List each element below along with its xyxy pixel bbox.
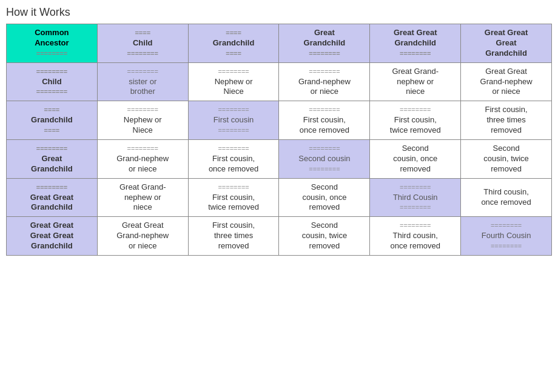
table-row: Great GreatGreat GreatGrandchildGreat Gr… xyxy=(7,217,552,256)
table-cell: ========First cousin,once removed xyxy=(188,140,279,179)
table-cell: Great Grand-nephew orniece xyxy=(370,62,461,101)
table-cell: ========First cousin,twice removed xyxy=(188,178,279,217)
relationship-table: CommonAncestor======== ====Child========… xyxy=(6,24,552,256)
header-great-great-great-grandchild: Great GreatGreatGrandchild xyxy=(461,24,552,63)
table-cell: Secondcousin, twiceremoved xyxy=(461,140,552,179)
table-cell: Great GreatGrand-nephewor niece xyxy=(461,62,552,101)
table-cell: ========sister orbrother xyxy=(97,62,188,101)
table-row: ====Grandchild============Nephew orNiece… xyxy=(7,101,552,140)
table-cell: ========First cousin,twice removed xyxy=(370,101,461,140)
header-row: CommonAncestor======== ====Child========… xyxy=(7,24,552,63)
header-child: ====Child======== xyxy=(97,24,188,63)
row-header: ====Grandchild==== xyxy=(7,101,98,140)
table-cell: ========Fourth Cousin======== xyxy=(461,217,552,256)
table-cell: ========Grand-nephewor niece xyxy=(97,140,188,179)
table-cell: ========First cousin,once removed xyxy=(279,101,370,140)
table-cell: Third cousin,once removed xyxy=(461,178,552,217)
table-cell: Secondcousin, twiceremoved xyxy=(279,217,370,256)
table-cell: ========First cousin======== xyxy=(188,101,279,140)
table-row: ========Great GreatGrandchildGreat Grand… xyxy=(7,178,552,217)
table-cell: ========Grand-nephewor niece xyxy=(279,62,370,101)
table-cell: ========Nephew orNiece xyxy=(97,101,188,140)
table-cell: ========Third Cousin======== xyxy=(370,178,461,217)
table-cell: First cousin,three timesremoved xyxy=(461,101,552,140)
table-cell: First cousin,three timesremoved xyxy=(188,217,279,256)
table-cell: ========Third cousin,once removed xyxy=(370,217,461,256)
row-header: ========Child======== xyxy=(7,62,98,101)
header-grandchild: ====Grandchild==== xyxy=(188,24,279,63)
row-header: ========Great GreatGrandchild xyxy=(7,178,98,217)
table-cell: ========Nephew orNiece xyxy=(188,62,279,101)
table-cell: Secondcousin, onceremoved xyxy=(370,140,461,179)
table-cell: Great GreatGrand-nephewor niece xyxy=(97,217,188,256)
table-row: ========Child================sister orbr… xyxy=(7,62,552,101)
table-row: ========GreatGrandchild========Grand-nep… xyxy=(7,140,552,179)
row-header: Great GreatGreat GreatGrandchild xyxy=(7,217,98,256)
table-cell: Secondcousin, onceremoved xyxy=(279,178,370,217)
row-header: ========GreatGrandchild xyxy=(7,140,98,179)
page-title: How it Works xyxy=(6,6,552,19)
header-great-great-grandchild: Great GreatGrandchild======== xyxy=(370,24,461,63)
table-cell: ========Second cousin======== xyxy=(279,140,370,179)
cell-common-ancestor: CommonAncestor======== xyxy=(7,24,98,63)
table-cell: Great Grand-nephew orniece xyxy=(97,178,188,217)
header-great-grandchild: GreatGrandchild======== xyxy=(279,24,370,63)
